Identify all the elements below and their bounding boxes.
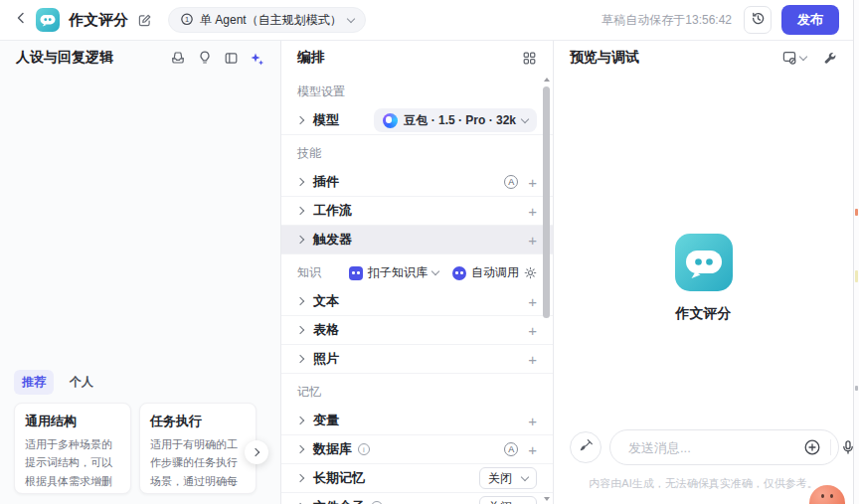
add-plugin-button[interactable]: + <box>528 175 537 190</box>
persona-panel-header: 人设与回复逻辑 <box>0 41 280 75</box>
expand-chevron-icon <box>296 474 304 482</box>
chevron-left-icon <box>14 11 28 29</box>
expand-chevron-icon <box>296 326 304 334</box>
expand-chevron-icon <box>296 297 304 305</box>
add-photo-knowledge-button[interactable]: + <box>528 352 537 367</box>
prompt-library-icon[interactable] <box>170 50 186 66</box>
add-text-knowledge-button[interactable]: + <box>528 294 537 309</box>
auto-call-icon <box>452 266 466 280</box>
svg-text:1: 1 <box>185 14 189 23</box>
topbar: 作文评分 1 单 Agent（自主规划模式） 草稿自动保存于13:56:42 发… <box>0 0 853 41</box>
cards-next-button[interactable] <box>245 440 268 464</box>
publish-button[interactable]: 发布 <box>781 5 839 35</box>
message-input[interactable] <box>628 440 803 455</box>
row-label: 工作流 <box>313 202 352 220</box>
page-title: 作文评分 <box>69 11 128 30</box>
panel-layout-icon[interactable] <box>224 51 239 66</box>
orchestration-panel: 编排 模型设置 模型 豆包 · 1.5 · Pro · 32k 技能 插件 <box>281 41 554 504</box>
scroll-up-arrow[interactable] <box>544 78 550 82</box>
add-table-knowledge-button[interactable]: + <box>528 323 537 338</box>
edit-title-icon[interactable] <box>137 13 152 28</box>
row-text-knowledge[interactable]: 文本 + <box>281 287 553 316</box>
select-value: 关闭 <box>488 499 512 504</box>
edge-artifact <box>855 386 858 391</box>
orchestration-title: 编排 <box>297 49 325 67</box>
row-photo-knowledge[interactable]: 照片 + <box>281 345 553 374</box>
long-term-memory-select[interactable]: 关闭 <box>479 467 537 489</box>
row-label: 表格 <box>313 321 339 339</box>
row-file-box[interactable]: 文件盒子 i 关闭 <box>281 493 553 504</box>
row-variables[interactable]: 变量 + <box>281 407 553 435</box>
row-table-knowledge[interactable]: 表格 + <box>281 316 553 345</box>
bot-name: 作文评分 <box>676 305 732 323</box>
section-label-skills: 技能 <box>281 135 553 168</box>
version-history-button[interactable] <box>744 6 772 34</box>
chevron-down-icon <box>521 472 529 480</box>
orchestration-scrollbar[interactable] <box>542 78 551 501</box>
section-label-model: 模型设置 <box>281 75 553 106</box>
scrollbar-thumb[interactable] <box>543 86 550 318</box>
auto-call-label: 自动调用 <box>471 264 519 281</box>
tab-personal[interactable]: 个人 <box>68 370 95 395</box>
edge-artifact <box>855 209 858 216</box>
model-selector[interactable]: 豆包 · 1.5 · Pro · 32k <box>374 108 537 132</box>
card-desc: 适用于多种场景的提示词结构，可以根据具体需求增删对应模块 <box>25 435 120 494</box>
back-button[interactable] <box>10 9 32 31</box>
broom-icon <box>578 437 595 458</box>
add-variable-button[interactable]: + <box>528 414 537 428</box>
file-box-select[interactable]: 关闭 <box>479 496 537 504</box>
clear-chat-button[interactable] <box>570 431 601 463</box>
gear-icon[interactable] <box>524 266 537 279</box>
add-attachment-icon[interactable] <box>803 438 821 456</box>
clear-context-icon <box>781 50 797 66</box>
row-plugins[interactable]: 插件 A + <box>281 168 553 197</box>
agent-mode-label: 单 Agent（自主规划模式） <box>200 12 342 29</box>
scroll-down-arrow[interactable] <box>544 497 550 501</box>
clear-context-button[interactable] <box>781 50 806 66</box>
info-icon: i <box>358 443 370 455</box>
knowledge-section-header: 知识 扣子知识库 自动调用 <box>281 254 553 287</box>
debug-wrench-icon[interactable] <box>822 51 837 66</box>
main-layout: 人设与回复逻辑 推荐 个人 通用结构 <box>0 41 853 504</box>
single-agent-icon: 1 <box>180 12 194 29</box>
layout-grid-icon[interactable] <box>522 51 537 66</box>
expand-chevron-icon <box>296 207 304 215</box>
row-label: 数据库 <box>313 440 352 458</box>
row-label: 触发器 <box>313 231 352 249</box>
chevron-down-icon <box>799 52 807 60</box>
card-desc: 适用于有明确的工作步骤的任务执行场景，通过明确每一步骤的工作要求… <box>150 435 246 494</box>
bot-hero: 作文评分 <box>554 234 853 323</box>
row-label: 照片 <box>313 350 339 368</box>
row-workflow[interactable]: 工作流 + <box>281 197 553 226</box>
auto-call-setting[interactable]: 自动调用 <box>452 264 537 281</box>
message-input-container <box>609 429 839 465</box>
ai-optimize-sparkle-icon[interactable] <box>250 51 264 66</box>
row-model[interactable]: 模型 豆包 · 1.5 · Pro · 32k <box>281 106 553 135</box>
row-long-term-memory[interactable]: 长期记忆 关闭 <box>281 464 553 493</box>
screen-edge-strip <box>853 0 859 504</box>
row-label: 模型 <box>313 111 339 129</box>
agent-mode-selector[interactable]: 1 单 Agent（自主规划模式） <box>168 7 366 33</box>
knowledge-base-selector[interactable]: 扣子知识库 <box>349 264 438 281</box>
expand-chevron-icon <box>296 178 304 186</box>
add-workflow-button[interactable]: + <box>528 204 537 219</box>
row-label: 插件 <box>313 173 339 191</box>
template-card-general[interactable]: 通用结构 适用于多种场景的提示词结构，可以根据具体需求增删对应模块 <box>14 403 131 494</box>
add-trigger-button[interactable]: + <box>528 233 537 248</box>
row-label: 文本 <box>313 292 339 310</box>
chevron-down-icon <box>521 114 529 122</box>
expand-chevron-icon <box>296 236 304 244</box>
auto-badge-icon: A <box>504 175 518 189</box>
idea-lightbulb-icon[interactable] <box>197 50 213 66</box>
kb-selector-label: 扣子知识库 <box>368 264 428 281</box>
bot-avatar-icon <box>36 8 60 32</box>
row-database[interactable]: 数据库 i A + <box>281 435 553 464</box>
row-trigger[interactable]: 触发器 + <box>281 226 553 254</box>
template-card-task[interactable]: 任务执行 适用于有明确的工作步骤的任务执行场景，通过明确每一步骤的工作要求… <box>139 403 257 494</box>
row-label: 变量 <box>313 412 339 429</box>
add-database-button[interactable]: + <box>528 442 537 457</box>
expand-chevron-icon <box>296 355 304 363</box>
persona-panel-title: 人设与回复逻辑 <box>16 49 113 67</box>
card-title: 任务执行 <box>150 413 246 430</box>
tab-recommended[interactable]: 推荐 <box>14 370 54 395</box>
